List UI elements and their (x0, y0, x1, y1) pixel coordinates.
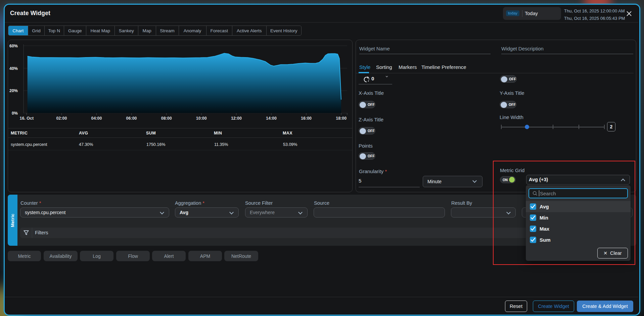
svg-text:10:00: 10:00 (196, 116, 207, 121)
svg-text:08:00: 08:00 (161, 116, 172, 121)
svg-text:12:00: 12:00 (231, 116, 242, 121)
svg-text:04:00: 04:00 (91, 116, 102, 121)
svg-text:18:00: 18:00 (336, 116, 347, 121)
svg-text:02:00: 02:00 (56, 116, 67, 121)
svg-text:16. Oct: 16. Oct (19, 116, 34, 121)
svg-text:0%: 0% (12, 111, 18, 116)
svg-text:60%: 60% (9, 44, 18, 48)
svg-text:16:00: 16:00 (301, 116, 312, 121)
svg-text:40%: 40% (9, 66, 18, 71)
svg-text:14:00: 14:00 (266, 116, 277, 121)
svg-text:06:00: 06:00 (126, 116, 137, 121)
svg-text:20%: 20% (9, 88, 18, 93)
